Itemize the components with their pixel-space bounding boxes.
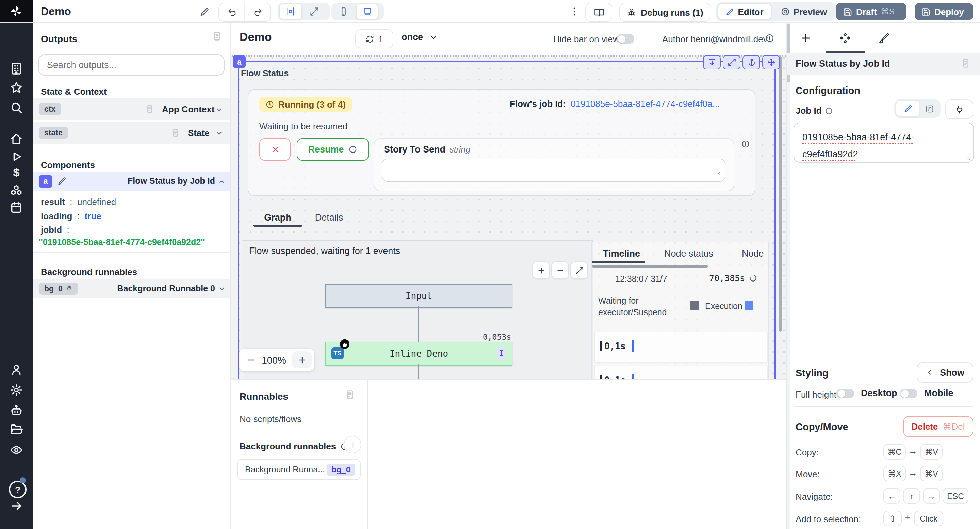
timeline-tabs-scrollbar[interactable]	[592, 265, 708, 268]
component-row-a[interactable]: a Flow Status by Job Id	[33, 172, 230, 191]
connect-input-button[interactable]	[945, 99, 973, 119]
zoom-out-icon[interactable]	[247, 355, 256, 365]
flow-job-id-row: Flow's job Id: 0191085e-5baa-81ef-4774-c…	[510, 99, 720, 109]
full-height-toggle[interactable]	[837, 389, 854, 398]
help-icon[interactable]: ?	[9, 481, 27, 498]
bg-badge: bg_0	[39, 282, 78, 295]
delete-button[interactable]: Delete ⌘Del	[903, 416, 973, 437]
job-id-textarea[interactable]: 0191085e-5baa-81ef-4774- c9ef4f0a92d2	[794, 123, 974, 163]
search-icon[interactable]	[10, 101, 23, 115]
expand-down-button[interactable]	[703, 55, 721, 69]
mobile-view-button[interactable]	[333, 4, 355, 19]
timeline-row-1[interactable]: 0,1s	[594, 331, 768, 363]
timeline-row-2[interactable]: 0,1s	[594, 366, 768, 379]
resume-button[interactable]: Resume	[297, 138, 369, 161]
audit-eye-icon[interactable]	[10, 443, 23, 457]
resize-handle-icon[interactable]	[714, 169, 721, 175]
selected-component-tag[interactable]: a	[233, 55, 246, 68]
flow-job-id-link[interactable]: 0191085e-5baa-81ef-4774-c9ef4f0a...	[571, 99, 720, 109]
search-outputs-input[interactable]	[38, 54, 224, 76]
story-textarea[interactable]	[382, 159, 725, 182]
zoom-in-button[interactable]	[292, 351, 312, 368]
tab-details[interactable]: Details	[313, 212, 345, 223]
runnables-doc-icon[interactable]	[344, 389, 355, 400]
workers-robot-icon[interactable]	[10, 404, 23, 417]
outputs-doc-icon[interactable]	[212, 31, 223, 41]
workspace-building-icon[interactable]	[10, 62, 23, 76]
settings-gear-icon[interactable]	[10, 383, 23, 397]
styling-tab[interactable]	[878, 32, 890, 44]
flow-node-input[interactable]: Input	[325, 284, 512, 308]
row1-execution-tick	[632, 340, 633, 352]
tab-timeline[interactable]: Timeline	[603, 249, 640, 259]
anchor-component-button[interactable]	[743, 55, 760, 69]
tab-graph[interactable]: Graph	[253, 212, 302, 223]
home-icon[interactable]	[10, 132, 23, 146]
windmill-logo[interactable]	[0, 0, 33, 22]
desktop-view-button[interactable]	[356, 3, 379, 20]
story-label: Story To Send	[384, 144, 445, 155]
ctx-row[interactable]: ctx App Context	[33, 98, 230, 120]
folders-icon[interactable]	[10, 423, 23, 437]
full-width-layout-button[interactable]	[304, 4, 325, 19]
component-pencil-icon[interactable]	[57, 176, 67, 186]
fx-input-mode-button[interactable]	[921, 101, 938, 116]
hide-bar-toggle[interactable]	[617, 34, 634, 43]
variables-dollar-icon[interactable]: $	[10, 166, 23, 180]
canvas-scrollbar[interactable]	[778, 56, 782, 331]
add-bg-runnable-button[interactable]	[344, 436, 361, 453]
center-layout-button[interactable]	[279, 3, 302, 20]
author-info-icon[interactable]	[765, 33, 775, 43]
resize-handle-icon[interactable]	[964, 155, 970, 161]
schedule-dropdown[interactable]: once	[401, 32, 438, 42]
deploy-button[interactable]: Deploy	[915, 3, 973, 21]
rename-pencil-icon[interactable]	[196, 3, 212, 20]
flow-status-badge: Running (3 of 4)	[259, 97, 352, 112]
bg-runnable-item[interactable]: Background Runna... bg_0	[237, 459, 361, 480]
redo-button[interactable]	[244, 3, 270, 21]
graph-zoom-out-button[interactable]	[551, 261, 569, 279]
show-styling-button[interactable]: Show	[917, 362, 973, 382]
ctx-chevron-down-icon[interactable]	[215, 105, 223, 114]
insert-component-tab[interactable]	[800, 32, 812, 44]
favorites-star-icon[interactable]	[10, 81, 23, 95]
deno-node-label: Inline Deno	[390, 349, 448, 359]
users-person-icon[interactable]	[10, 363, 23, 376]
move-component-button[interactable]	[762, 55, 780, 69]
story-info-icon[interactable]	[741, 140, 750, 148]
draft-button[interactable]: Draft ⌘S	[836, 3, 907, 21]
component-settings-tab[interactable]	[839, 32, 851, 44]
copy-arrow: →	[908, 446, 917, 456]
component-chevron-up-icon[interactable]	[218, 178, 226, 186]
app-canvas[interactable]: a Flow Status Running (3 of 4) Flow's jo…	[230, 55, 786, 379]
tab-editor[interactable]: Editor	[717, 3, 772, 20]
resources-cubes-icon[interactable]	[10, 184, 23, 198]
refresh-button[interactable]: 1	[355, 29, 393, 48]
state-row[interactable]: state State	[33, 122, 230, 143]
desktop-toggle[interactable]	[900, 389, 917, 398]
more-menu-kebab-icon[interactable]	[567, 3, 582, 20]
tab-node-status[interactable]: Node status	[664, 249, 713, 259]
graph-zoom-in-button[interactable]	[532, 261, 550, 279]
state-doc-icon	[171, 128, 180, 137]
expand-rail-arrow-icon[interactable]	[10, 499, 23, 513]
debug-runs-button[interactable]: Debug runs (1)	[619, 3, 711, 22]
bg-runnable-row[interactable]: bg_0 Background Runnable 0	[33, 279, 230, 298]
tab-preview[interactable]: Preview	[773, 4, 834, 19]
tab-node-def[interactable]: Node	[742, 249, 764, 259]
cancel-button[interactable]	[259, 138, 291, 161]
jobid-value[interactable]: "0191085e-5baa-81ef-4774-c9ef4f0a92d2"	[39, 237, 205, 247]
timeline-elapsed-row: 70,385s	[709, 273, 757, 283]
graph-fit-button[interactable]	[570, 261, 588, 279]
docs-button[interactable]	[585, 3, 612, 22]
job-id-info-icon[interactable]	[825, 107, 833, 115]
static-input-mode-button[interactable]	[896, 100, 920, 117]
fullscreen-component-button[interactable]	[723, 55, 740, 69]
flow-node-inline-deno[interactable]: TS Inline Deno I	[325, 342, 512, 366]
runs-play-icon[interactable]	[10, 150, 23, 163]
schedules-calendar-icon[interactable]	[10, 201, 23, 215]
undo-button[interactable]	[219, 3, 244, 21]
state-chevron-down-icon[interactable]	[215, 129, 223, 137]
bg-chevron-down-icon[interactable]	[218, 285, 226, 293]
settings-doc-icon[interactable]	[960, 58, 971, 69]
